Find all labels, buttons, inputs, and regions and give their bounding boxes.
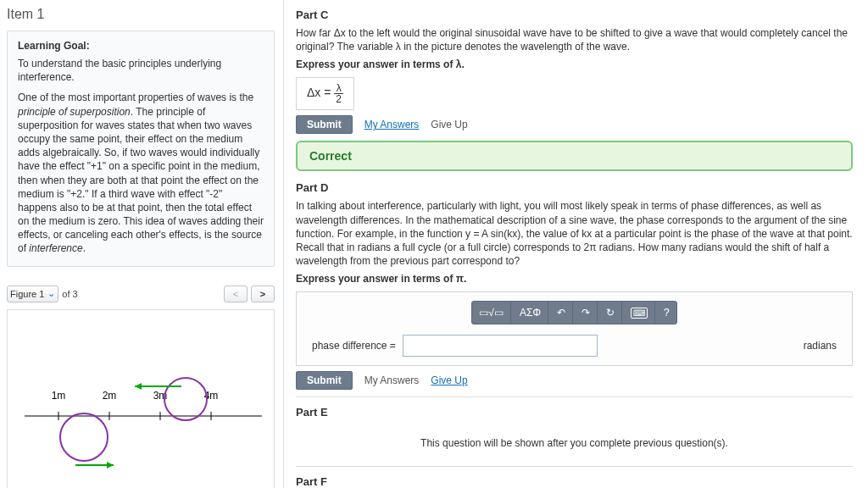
keyboard-icon: ⌨ bbox=[631, 308, 648, 319]
equation-toolbar: ▭√▭ ΑΣΦ ↶ ↷ ↻ ⌨ ? bbox=[471, 301, 676, 324]
part-d-answer-widget: ▭√▭ ΑΣΦ ↶ ↷ ↻ ⌨ ? phase difference = rad… bbox=[296, 291, 853, 366]
part-d-express: Express your answer in terms of π. bbox=[296, 273, 853, 285]
learning-goal-box: Learning Goal: To understand the basic p… bbox=[7, 30, 275, 267]
part-c-answer-display: Δx = λ 2 bbox=[296, 77, 354, 110]
learning-goal-heading: Learning Goal: bbox=[18, 40, 264, 52]
part-c-answer-label: Δx = bbox=[307, 86, 334, 100]
part-c-heading: Part C bbox=[296, 8, 853, 21]
wave-diagram: 1m 2m 3m 4m bbox=[16, 357, 270, 475]
svg-point-5 bbox=[60, 413, 108, 461]
part-d-question: In talking about interference, particula… bbox=[296, 199, 853, 268]
part-f-heading: Part F bbox=[296, 475, 853, 488]
tick-2m: 2m bbox=[103, 390, 117, 402]
svg-point-6 bbox=[164, 378, 207, 420]
figure-count: of 3 bbox=[62, 289, 77, 299]
part-c-express: Express your answer in terms of λ. bbox=[296, 58, 853, 70]
chevron-down-icon: ⌄ bbox=[47, 288, 55, 299]
svg-marker-10 bbox=[107, 462, 114, 469]
item-title: Item 1 bbox=[7, 7, 275, 22]
tick-1m: 1m bbox=[52, 390, 66, 402]
learning-goal-body: One of the most important properties of … bbox=[18, 91, 264, 255]
part-c-my-answers-link[interactable]: My Answers bbox=[364, 119, 420, 130]
phase-difference-units: radians bbox=[804, 340, 837, 352]
toolbar-greek-button[interactable]: ΑΣΦ bbox=[513, 302, 548, 324]
figure-select[interactable]: Figure 1 ⌄ bbox=[7, 286, 58, 302]
svg-marker-8 bbox=[135, 383, 142, 390]
phase-difference-input[interactable] bbox=[403, 335, 598, 357]
part-c-give-up-link[interactable]: Give Up bbox=[431, 119, 467, 130]
part-e-heading: Part E bbox=[296, 406, 853, 419]
part-e-locked-message: This question will be shown after you co… bbox=[296, 424, 853, 463]
toolbar-keyboard-button[interactable]: ⌨ bbox=[624, 302, 655, 324]
part-d-heading: Part D bbox=[296, 181, 853, 194]
figure-panel: 1m 2m 3m 4m bbox=[7, 309, 275, 488]
phase-difference-label: phase difference = bbox=[312, 340, 396, 352]
toolbar-help-button[interactable]: ? bbox=[657, 302, 676, 324]
part-c-answer-den: 2 bbox=[334, 94, 343, 104]
toolbar-redo-button[interactable]: ↷ bbox=[575, 302, 598, 324]
part-c-question: How far Δx to the left would the origina… bbox=[296, 26, 853, 53]
figure-next-button[interactable]: > bbox=[251, 286, 275, 302]
learning-goal-intro: To understand the basic principles under… bbox=[18, 57, 264, 84]
part-d-submit-button[interactable]: Submit bbox=[296, 371, 353, 390]
part-c-correct-feedback: Correct bbox=[296, 141, 853, 171]
toolbar-templates-button[interactable]: ▭√▭ bbox=[472, 302, 511, 324]
figure-prev-button[interactable]: < bbox=[224, 286, 248, 302]
figure-select-label: Figure 1 bbox=[10, 289, 44, 299]
part-d-give-up-link[interactable]: Give Up bbox=[431, 374, 467, 386]
toolbar-undo-button[interactable]: ↶ bbox=[550, 302, 573, 324]
chevron-right-icon: > bbox=[260, 289, 265, 299]
part-c-submit-button[interactable]: Submit bbox=[296, 115, 353, 134]
part-d-my-answers-link[interactable]: My Answers bbox=[364, 374, 420, 386]
toolbar-reset-button[interactable]: ↻ bbox=[599, 302, 622, 324]
